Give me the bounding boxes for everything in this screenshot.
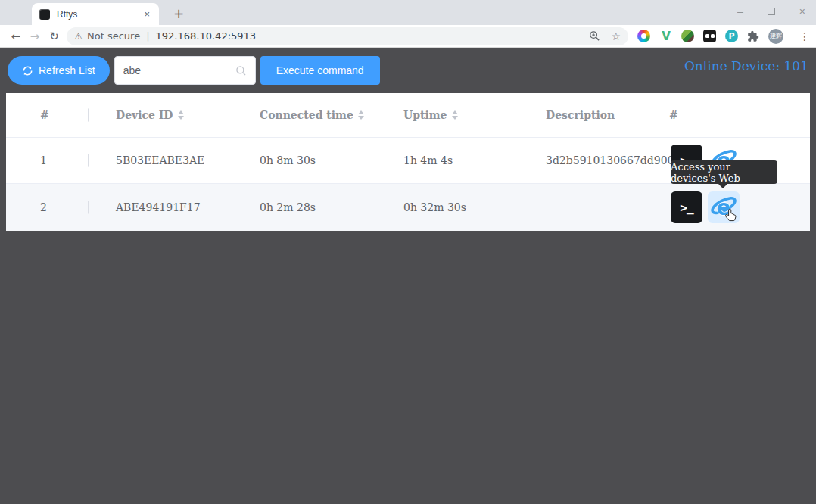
security-label[interactable]: Not secure bbox=[87, 30, 140, 42]
zoom-icon[interactable] bbox=[589, 30, 600, 42]
vue-devtools-icon[interactable]: V bbox=[659, 30, 673, 43]
browser-tab[interactable]: Rttys × bbox=[32, 3, 159, 25]
online-device-count: Online Device: 101 bbox=[684, 58, 808, 73]
search-icon bbox=[235, 65, 247, 76]
uptime-cell: 1h 4m 4s bbox=[403, 154, 546, 166]
profile-avatar[interactable]: 建辉 bbox=[768, 29, 783, 44]
not-secure-warning-icon: ⚠ bbox=[74, 31, 83, 42]
hand-cursor-icon bbox=[725, 208, 738, 222]
bookmark-star-icon[interactable]: ☆ bbox=[611, 30, 621, 42]
window-controls: – × bbox=[737, 5, 805, 17]
row-checkbox[interactable] bbox=[88, 201, 89, 214]
sort-icon[interactable] bbox=[178, 110, 184, 120]
header-actions: # bbox=[669, 109, 810, 121]
refresh-list-button[interactable]: Refresh List bbox=[8, 56, 110, 85]
minimize-icon[interactable]: – bbox=[737, 5, 743, 17]
row-index: 2 bbox=[6, 201, 80, 213]
sort-icon[interactable] bbox=[358, 110, 364, 120]
browser-toolbar: ← → ↻ ⚠ Not secure | 192.168.10.42:5913 … bbox=[0, 25, 816, 48]
header-connected-time[interactable]: Connected time bbox=[260, 109, 403, 121]
row-index: 1 bbox=[6, 154, 80, 166]
device-table: # Device ID Connected time Uptime Descri… bbox=[6, 93, 810, 231]
sort-icon[interactable] bbox=[452, 110, 458, 120]
extensions-bar: V P 建辉 ⋮ bbox=[637, 29, 810, 44]
url-text[interactable]: 192.168.10.42:5913 bbox=[156, 30, 590, 42]
tab-close-icon[interactable]: × bbox=[142, 8, 151, 20]
description-cell: 3d2b5910130667dd900c bbox=[546, 154, 669, 166]
table-header-row: # Device ID Connected time Uptime Descri… bbox=[6, 93, 810, 138]
connected-time-cell: 0h 2m 28s bbox=[260, 201, 403, 213]
maximize-icon[interactable] bbox=[768, 8, 775, 15]
device-id-cell: ABE494191F17 bbox=[116, 201, 260, 213]
app-toolbar: Refresh List Execute command Online Devi… bbox=[0, 48, 816, 93]
header-uptime[interactable]: Uptime bbox=[403, 109, 546, 121]
extensions-puzzle-icon[interactable] bbox=[746, 30, 760, 43]
new-tab-button[interactable]: + bbox=[170, 6, 188, 21]
refresh-icon bbox=[22, 65, 33, 76]
tooltip-arrow bbox=[718, 184, 727, 193]
refresh-list-label: Refresh List bbox=[39, 64, 95, 76]
header-index: # bbox=[6, 109, 80, 121]
window-close-icon[interactable]: × bbox=[799, 5, 805, 17]
address-divider: | bbox=[146, 30, 149, 42]
header-device-id[interactable]: Device ID bbox=[116, 109, 260, 121]
tooltip-text: Access your devices's Web bbox=[671, 161, 777, 184]
pinbox-extension-icon[interactable]: P bbox=[725, 30, 738, 42]
device-id-cell: 5B03EEABE3AE bbox=[116, 154, 260, 166]
forward-icon[interactable]: → bbox=[25, 30, 44, 43]
device-search-box[interactable] bbox=[114, 56, 256, 85]
reload-icon[interactable]: ↻ bbox=[45, 30, 64, 43]
site-favicon bbox=[39, 9, 50, 20]
table-row: 2 ABE494191F17 0h 2m 28s 0h 32m 30s >_ e bbox=[6, 184, 810, 231]
select-all-checkbox[interactable] bbox=[88, 108, 89, 122]
tooltip: Access your devices's Web bbox=[671, 160, 777, 184]
back-icon[interactable]: ← bbox=[6, 30, 25, 43]
address-bar[interactable]: ⚠ Not secure | 192.168.10.42:5913 ☆ bbox=[67, 27, 628, 45]
colorwheel-extension-icon[interactable] bbox=[637, 30, 651, 43]
tampermonkey-icon[interactable] bbox=[703, 30, 717, 43]
browser-tab-strip: Rttys × + – × bbox=[0, 0, 816, 25]
connected-time-cell: 0h 8m 30s bbox=[260, 154, 403, 166]
downloader-globe-icon[interactable] bbox=[681, 30, 695, 43]
row-checkbox[interactable] bbox=[88, 154, 89, 167]
web-access-button[interactable]: e bbox=[708, 191, 740, 223]
header-description: Description bbox=[546, 109, 669, 121]
terminal-button[interactable]: >_ bbox=[671, 191, 702, 223]
execute-command-button[interactable]: Execute command bbox=[260, 56, 380, 85]
tab-title: Rttys bbox=[57, 9, 142, 20]
browser-menu-icon[interactable]: ⋮ bbox=[799, 30, 810, 42]
device-search-input[interactable] bbox=[123, 64, 235, 76]
uptime-cell: 0h 32m 30s bbox=[403, 201, 546, 213]
